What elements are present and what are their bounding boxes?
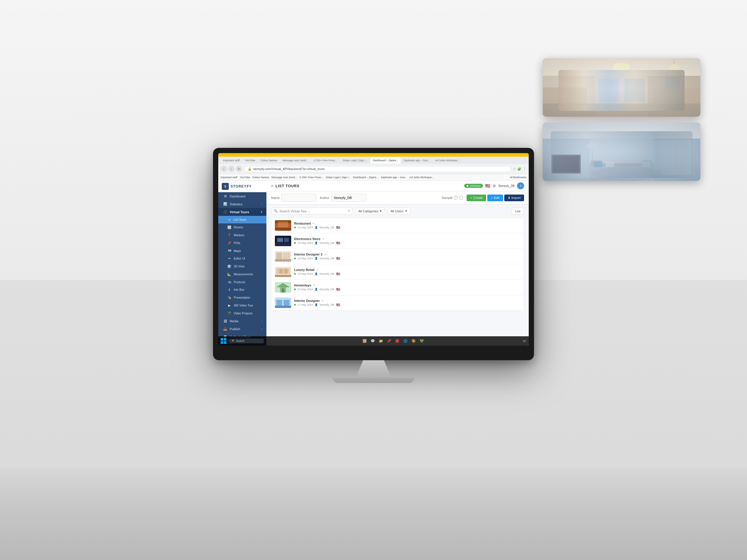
create-button[interactable]: + Create	[467, 194, 486, 201]
taskbar-icon-4[interactable]: 📌	[386, 338, 392, 344]
edit-pencil-icon[interactable]: ✏	[321, 299, 324, 302]
edit-pencil-icon[interactable]: ✏	[322, 237, 325, 240]
edit-pencil-icon[interactable]: ✏	[316, 268, 319, 271]
tab-presc[interactable]: 2,700+ Free Presc...	[311, 157, 340, 164]
bookmark-7[interactable]: Dashboard – Zaptre...	[353, 176, 379, 179]
sidebar-item-list-tours[interactable]: ≡ List Tours	[218, 216, 266, 223]
taskbar-icon-7[interactable]: 🎨	[411, 338, 417, 344]
sample-info-icon[interactable]: ?	[454, 196, 458, 200]
sidebar-item-markers[interactable]: 📍 Markers	[218, 231, 266, 239]
edit-pencil-icon[interactable]: ✏	[312, 222, 315, 225]
sidebar-item-presentation[interactable]: 🎭 Presentation	[218, 294, 266, 301]
user-avatar[interactable]: S	[517, 182, 524, 189]
search-clear-icon[interactable]: ✕	[347, 209, 350, 213]
author-input[interactable]	[331, 194, 366, 202]
sidebar-item-dashboard[interactable]: ⊞ Dashboard	[218, 192, 266, 200]
sidebar-item-editor-ui[interactable]: ✏ Editor UI	[218, 255, 266, 263]
menu-icon[interactable]: ⋮	[523, 167, 526, 171]
category-select[interactable]: All Categories ▾	[355, 207, 385, 215]
video-projects-icon: 🎬	[227, 312, 231, 315]
tour-info-homestay: Homestays ✏ 22 May 2024 👤 Storeyfy_DB	[294, 284, 520, 291]
taskbar-icon-5[interactable]: 🔴	[394, 338, 401, 344]
address-bar[interactable]: 🔒 storeyfy.com/Virtual_API/backend/?p=vi…	[244, 166, 511, 172]
dashboard-label: Dashboard	[230, 194, 246, 198]
sidebar-item-pois[interactable]: 📌 POIs	[218, 239, 266, 247]
taskbar-icon-2[interactable]: 💬	[370, 338, 376, 344]
bookmark-6[interactable]: Stripe Login | Sign i...	[326, 176, 351, 179]
settings-button[interactable]: ⚙	[493, 184, 496, 188]
sidebar-item-3d-view[interactable]: 🎲 3D View	[218, 263, 266, 270]
bookmark-9[interactable]: Art Sobo Workspac...	[409, 176, 434, 179]
tour-item-homestay[interactable]: Homestays ✏ 22 May 2024 👤 Storeyfy_DB	[272, 280, 524, 295]
sidebar-item-media[interactable]: 🖼 Media ›	[218, 317, 266, 325]
sidebar-item-products[interactable]: 🛍 Products	[218, 278, 266, 286]
bookmark-1[interactable]: Important stuff	[221, 176, 237, 179]
refresh-button[interactable]: ↻	[236, 166, 242, 172]
import-button[interactable]: ⬇ Import	[504, 194, 524, 201]
3d-view-icon: 🎲	[227, 265, 231, 268]
sidebar-item-virtual-tours[interactable]: 🎥 Virtual Tours ∨	[218, 208, 266, 216]
vt-chevron: ∨	[261, 211, 262, 213]
tab-youtube[interactable]: YouTube	[242, 157, 257, 164]
media-icon: 🖼	[223, 319, 227, 323]
bookmark-2[interactable]: YouTube	[239, 176, 250, 179]
users-select[interactable]: All Users ▾	[387, 207, 410, 215]
logo-text: STOREYFY	[231, 184, 252, 188]
svg-point-27	[587, 143, 598, 149]
taskbar-icon-3[interactable]: 📁	[378, 338, 384, 344]
tour-item-interior[interactable]: Interior Designer ✏ 17 May 2024 👤 Storey…	[272, 295, 524, 310]
tab-dashboard-active[interactable]: Dashboard – Zaptre...	[370, 157, 401, 164]
tab-label: Zaptreats app – Goo...	[404, 159, 430, 162]
browser-tabs[interactable]: Important stuff YouTube Colour Names Mes…	[218, 157, 529, 164]
sidebar-item-publish[interactable]: 📤 Publish ›	[218, 325, 266, 333]
sidebar-item-info-box[interactable]: ℹ Info Box	[218, 286, 266, 294]
bookmark-all[interactable]: All Bookmarks	[510, 176, 526, 179]
author-filter-group: Author	[320, 194, 366, 202]
sample-radio[interactable]	[459, 196, 463, 200]
edit-pencil-icon[interactable]: ✏	[324, 253, 327, 256]
edit-button[interactable]: + Edit	[487, 194, 503, 201]
tour-item-electronics[interactable]: Electronics Store ✏ 23 May 2024 👤 Storey…	[272, 233, 524, 249]
sidebar-item-360-video[interactable]: ▶ 360 Video Tour	[218, 301, 266, 310]
search-input[interactable]	[280, 209, 346, 213]
tab-important[interactable]: Important stuff	[221, 157, 242, 164]
taskbar-icon-1[interactable]: 🪟	[362, 338, 368, 344]
tour-meta: 23 May 2024 👤 Storeyfy_DB 🇺🇸	[294, 257, 520, 261]
sidebar-item-video-projects[interactable]: 🎬 Video Projects	[218, 310, 266, 317]
live-dot	[294, 258, 296, 259]
star-icon[interactable]: ☆	[513, 167, 516, 171]
search-box[interactable]: 🔍 ✕	[271, 208, 353, 214]
taskbar-icon-8[interactable]: 💚	[419, 338, 425, 344]
tour-user: Storeyfy_DB	[319, 288, 334, 291]
name-input[interactable]	[281, 194, 316, 202]
extension-icon[interactable]: 🧩	[517, 167, 521, 171]
tour-item-interior2[interactable]: Interior Designer 2 ✏ 23 May 2024 👤 Stor…	[272, 249, 524, 264]
bookmark-3[interactable]: Colour Names	[252, 176, 269, 179]
taskbar-icon-6[interactable]: 🌐	[403, 338, 409, 344]
forward-button[interactable]: ›	[228, 166, 235, 172]
sidebar-item-maps[interactable]: 🗺 Maps	[218, 247, 266, 255]
page-title: LIST TOURS	[276, 184, 300, 188]
edit-pencil-icon[interactable]: ✏	[313, 284, 315, 287]
search-filter-row: 🔍 ✕ All Categories ▾ All Users	[271, 207, 524, 215]
bookmark-5[interactable]: 2,700+ Free Presc...	[300, 176, 323, 179]
tour-item-restaurant[interactable]: Restaurant ✏ 23 May 2024 👤 Storeyfy_DB	[272, 218, 524, 233]
tab-message[interactable]: Message Auto Send...	[280, 157, 310, 164]
sidebar-item-rooms[interactable]: ⬜ Rooms	[218, 223, 266, 231]
bookmark-4[interactable]: Message Auto Send...	[272, 176, 297, 179]
svg-rect-45	[279, 269, 283, 273]
pois-icon: 📌	[227, 241, 231, 245]
back-button[interactable]: ‹	[221, 166, 227, 172]
tab-zaptreats[interactable]: Zaptreats app – Goo...	[401, 157, 432, 164]
sidebar-item-measurements[interactable]: 📐 Measurements	[218, 270, 266, 278]
svg-rect-4	[595, 76, 648, 117]
list-icon: ≡	[271, 184, 273, 188]
tour-item-luxury[interactable]: Luxury Retail ✏ 23 May 2024 👤 Storeyfy_D…	[272, 264, 524, 280]
svg-rect-22	[553, 156, 579, 172]
tab-artsobo[interactable]: Art Sobo Workspac...	[433, 157, 462, 164]
sidebar-item-statistics[interactable]: 📊 Statistics ›	[218, 200, 266, 208]
list-view-button[interactable]: List	[512, 208, 524, 215]
tab-colour[interactable]: Colour Names	[258, 157, 280, 164]
tab-stripe[interactable]: Stripe Login | Sign i...	[340, 157, 370, 164]
bookmark-8[interactable]: Zaptreats app – Goo...	[381, 176, 407, 179]
